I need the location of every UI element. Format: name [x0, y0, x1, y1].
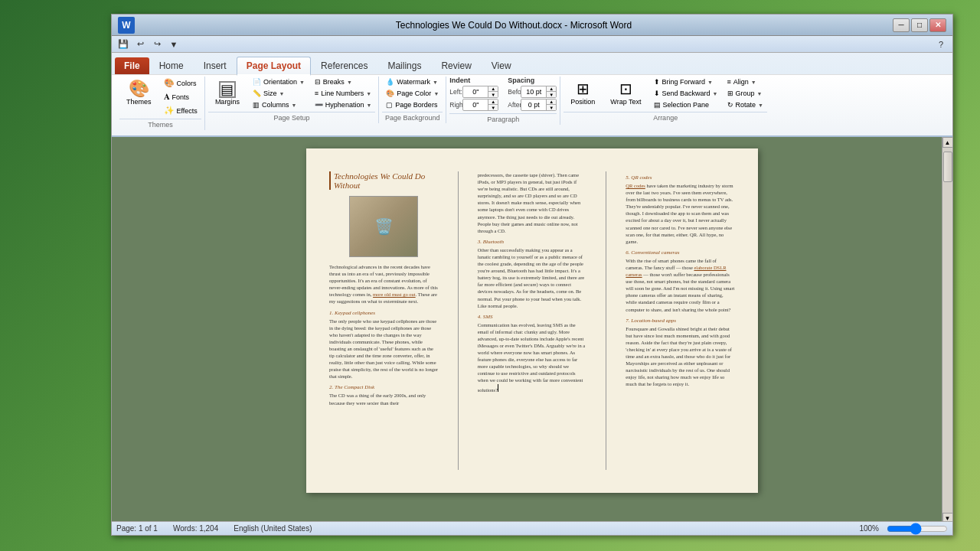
- indent-controls: Indent Left: ▲ ▼: [449, 77, 498, 112]
- scroll-up-button[interactable]: ▲: [942, 137, 953, 148]
- scroll-track[interactable]: [942, 148, 952, 513]
- themes-group: 🎨 Themes 🎨 Colors 𝐀 Fonts ✨: [116, 77, 205, 130]
- themes-button[interactable]: 🎨 Themes: [119, 77, 158, 109]
- tab-insert[interactable]: Insert: [194, 57, 237, 74]
- watermark-dropdown-arrow: ▼: [433, 80, 438, 85]
- before-spacing-input[interactable]: [521, 86, 546, 97]
- bring-forward-button[interactable]: ⬆ Bring Forward ▼: [650, 77, 722, 87]
- tab-page-layout[interactable]: Page Layout: [237, 57, 311, 76]
- close-button[interactable]: ✕: [929, 18, 946, 32]
- selection-pane-icon: ▤: [654, 101, 661, 109]
- hyphenation-button[interactable]: ➖ Hyphenation ▼: [311, 99, 375, 110]
- section-keypad-heading: 1. Keypad cellphones: [329, 310, 439, 316]
- after-spacing-label: After:: [508, 101, 518, 109]
- right-indent-spinner[interactable]: ▲ ▼: [462, 99, 498, 111]
- before-spacing-label: Before:: [508, 88, 518, 96]
- minimize-button[interactable]: ─: [893, 18, 910, 32]
- section-bluetooth-heading: 3. Bluetooth: [478, 239, 587, 245]
- watermark-icon: 💧: [386, 78, 394, 86]
- indent-label: Indent: [449, 77, 498, 84]
- section-qr-heading: 5. QR codes: [626, 174, 735, 181]
- hyphenation-dropdown-arrow: ▼: [366, 103, 371, 108]
- document-column-1: Technologies We Could Do Without 🗑️ Tech…: [329, 171, 439, 470]
- page-background-group: 💧 Watermark ▼ 🎨 Page Color ▼ ▢ Page Bord…: [379, 77, 446, 123]
- right-indent-down-arrow[interactable]: ▼: [488, 105, 498, 110]
- scroll-thumb[interactable]: [943, 152, 952, 182]
- wrap-text-icon: ⊡: [619, 80, 632, 98]
- tab-home[interactable]: Home: [149, 57, 194, 74]
- tab-mailings[interactable]: Mailings: [377, 57, 431, 74]
- cd-continued-text: predecessors, the cassette tape (shiver)…: [478, 171, 587, 234]
- align-icon: ≡: [727, 78, 731, 86]
- maximize-button[interactable]: □: [911, 18, 928, 32]
- arrange-group: ⊞ Position ⊡ Wrap Text ⬆ Bring Forward ▼: [560, 77, 770, 123]
- watermark-button[interactable]: 💧 Watermark ▼: [382, 77, 443, 87]
- page-background-group-label: Page Background: [382, 112, 443, 123]
- before-spacing-up-arrow[interactable]: ▲: [547, 86, 556, 92]
- zoom-slider[interactable]: [887, 523, 948, 535]
- tab-view[interactable]: View: [482, 57, 521, 74]
- tab-references[interactable]: References: [311, 57, 377, 74]
- text-cursor: [498, 384, 498, 392]
- redo-button[interactable]: ↪: [150, 37, 164, 51]
- section-qr-text: QR codes have taken the marketing indust…: [626, 182, 735, 245]
- after-spacing-up-arrow[interactable]: ▲: [547, 99, 556, 105]
- group-button[interactable]: ⊞ Group ▼: [724, 88, 767, 99]
- help-icon[interactable]: ?: [934, 37, 948, 51]
- effects-icon: ✨: [164, 106, 175, 116]
- breaks-dropdown-arrow: ▼: [347, 80, 352, 85]
- window-title: Technologies We Could Do Without.docx - …: [135, 20, 893, 31]
- left-indent-down-arrow[interactable]: ▼: [488, 92, 498, 97]
- arrange-group-label: Arrange: [564, 112, 767, 123]
- spacing-label: Spacing: [508, 77, 557, 84]
- right-indent-up-arrow[interactable]: ▲: [488, 99, 498, 105]
- after-spacing-down-arrow[interactable]: ▼: [547, 105, 556, 110]
- align-button[interactable]: ≡ Align ▼: [724, 77, 767, 87]
- line-numbers-button[interactable]: ≡ Line Numbers ▼: [311, 88, 375, 99]
- rotate-button[interactable]: ↻ Rotate ▼: [724, 99, 767, 110]
- page-borders-button[interactable]: ▢ Page Borders: [382, 99, 443, 110]
- tab-review[interactable]: Review: [431, 57, 481, 74]
- colors-button[interactable]: 🎨 Colors: [160, 77, 201, 90]
- position-icon: ⊞: [577, 80, 590, 98]
- save-button[interactable]: 💾: [116, 37, 130, 51]
- left-indent-up-arrow[interactable]: ▲: [488, 86, 498, 92]
- vertical-scrollbar[interactable]: ▲ ▼: [942, 137, 952, 523]
- document-title: Technologies We Could Do Without: [329, 171, 439, 190]
- wrap-text-button[interactable]: ⊡ Wrap Text: [603, 77, 648, 109]
- breaks-button[interactable]: ⊟ Breaks ▼: [311, 77, 375, 87]
- zoom-level: 100%: [859, 524, 879, 533]
- orientation-button[interactable]: 📄 Orientation ▼: [249, 77, 309, 87]
- before-spacing-spinner[interactable]: ▲ ▼: [521, 86, 557, 98]
- effects-button[interactable]: ✨ Effects: [160, 104, 201, 117]
- page-color-button[interactable]: 🎨 Page Color ▼: [382, 88, 443, 99]
- page-borders-icon: ▢: [386, 101, 393, 109]
- after-spacing-input[interactable]: [521, 99, 546, 110]
- left-indent-spinner[interactable]: ▲ ▼: [462, 86, 498, 98]
- fonts-button[interactable]: 𝐀 Fonts: [160, 90, 201, 103]
- before-spacing-down-arrow[interactable]: ▼: [547, 92, 556, 97]
- margins-button[interactable]: ▤ Margins: [208, 77, 247, 110]
- size-icon: 📏: [253, 90, 261, 97]
- right-indent-input[interactable]: [463, 99, 488, 110]
- after-spacing-spinner[interactable]: ▲ ▼: [521, 99, 557, 111]
- tab-file[interactable]: File: [115, 57, 149, 74]
- section-cd-text: The CD was a thing of the early 2000s, a…: [329, 392, 439, 406]
- send-backward-button[interactable]: ⬇ Send Backward ▼: [650, 88, 722, 99]
- page-color-dropdown-arrow: ▼: [433, 91, 439, 96]
- columns-button[interactable]: ▥ Columns ▼: [249, 99, 309, 110]
- send-backward-icon: ⬇: [654, 90, 660, 97]
- selection-pane-button[interactable]: ▤ Selection Pane: [650, 99, 722, 110]
- customize-quick-access-button[interactable]: ▼: [167, 37, 181, 51]
- paragraph-group: Indent Left: ▲ ▼: [446, 77, 560, 125]
- document-column-3: 5. QR codes QR codes have taken the mark…: [626, 171, 735, 470]
- fonts-icon: 𝐀: [164, 92, 170, 102]
- size-button[interactable]: 📏 Size ▼: [249, 88, 309, 99]
- document-area: ▲ ▼ Technologies We Could Do Without 🗑️ …: [112, 137, 952, 523]
- position-button[interactable]: ⊞ Position: [564, 77, 602, 109]
- page-setup-group: ▤ Margins 📄 Orientation ▼ 📏 Size: [205, 77, 379, 123]
- undo-button[interactable]: ↩: [133, 37, 147, 51]
- page-setup-group-label: Page Setup: [208, 112, 375, 123]
- left-indent-input[interactable]: [463, 86, 488, 97]
- columns-icon: ▥: [253, 101, 260, 109]
